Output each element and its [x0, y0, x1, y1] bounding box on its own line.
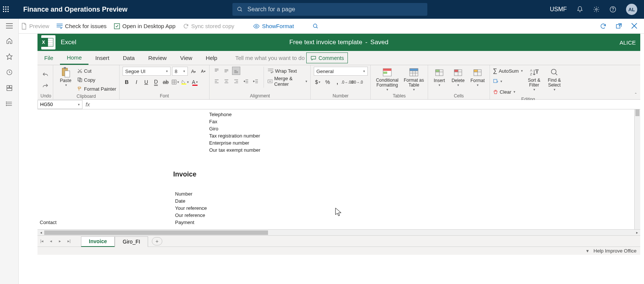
- search-button[interactable]: [313, 23, 321, 29]
- company-code[interactable]: USMF: [550, 6, 567, 13]
- help-improve-link[interactable]: Help Improve Office: [593, 248, 637, 254]
- copy-button[interactable]: Copy: [77, 76, 116, 84]
- decrease-decimal-icon[interactable]: .00→.0: [353, 78, 361, 86]
- check-issues-button[interactable]: Check for issues: [57, 23, 106, 29]
- clear-button[interactable]: Clear▾: [493, 88, 523, 96]
- paste-button[interactable]: Paste ▾: [56, 67, 75, 87]
- percent-button[interactable]: %: [323, 78, 332, 86]
- currency-button[interactable]: $▾: [314, 78, 322, 86]
- bold-button[interactable]: B: [123, 78, 131, 86]
- align-bottom-icon[interactable]: [232, 67, 240, 75]
- hscroll-right-icon[interactable]: ▸: [634, 230, 640, 235]
- format-painter-button[interactable]: Format Painter: [77, 85, 116, 93]
- tab-view[interactable]: View: [174, 51, 199, 65]
- increase-font-icon[interactable]: A▴: [189, 67, 198, 75]
- close-icon[interactable]: [631, 23, 637, 30]
- tab-help[interactable]: Help: [199, 51, 224, 65]
- format-as-table-button[interactable]: Format as Table▾: [403, 67, 425, 91]
- global-search[interactable]: Search for a page: [232, 3, 427, 16]
- redo-button[interactable]: [41, 81, 49, 90]
- font-color-button[interactable]: A▾: [191, 78, 199, 86]
- wrap-text-button[interactable]: Wrap Text: [268, 67, 307, 75]
- app-launcher-icon[interactable]: [3, 6, 18, 12]
- bell-icon[interactable]: [577, 6, 583, 13]
- comments-button[interactable]: Comments: [306, 52, 348, 63]
- user-avatar[interactable]: AL: [626, 4, 637, 15]
- increase-decimal-icon[interactable]: .0→.00: [343, 78, 351, 86]
- align-right-icon[interactable]: [232, 77, 240, 85]
- vscroll-thumb[interactable]: [635, 109, 640, 116]
- italic-button[interactable]: I: [132, 78, 141, 86]
- preview-button[interactable]: Preview: [21, 23, 49, 30]
- sheet-nav-first-icon[interactable]: |◂: [37, 239, 46, 244]
- sheet-nav-prev-icon[interactable]: ◂: [46, 239, 55, 244]
- insert-cells-button[interactable]: Insert▾: [431, 67, 448, 87]
- increase-indent-icon[interactable]: [252, 77, 260, 85]
- modules-icon[interactable]: [6, 100, 13, 107]
- hscroll-track[interactable]: [44, 230, 634, 235]
- fill-color-button[interactable]: ▾: [181, 78, 189, 86]
- sheet-nav-last-icon[interactable]: ▸|: [64, 239, 73, 244]
- font-size-dropdown[interactable]: 8▾: [172, 67, 188, 76]
- strikethrough-button[interactable]: ab: [162, 78, 170, 86]
- tell-me-search[interactable]: Tell me what you want to do: [224, 51, 305, 65]
- tab-home[interactable]: Home: [60, 51, 88, 65]
- sheet-nav-next-icon[interactable]: ▸: [55, 239, 64, 244]
- fill-button[interactable]: ▾: [493, 77, 523, 85]
- hscroll-thumb[interactable]: [44, 230, 268, 235]
- align-left-icon[interactable]: [213, 77, 221, 85]
- tab-file[interactable]: File: [37, 51, 60, 65]
- number-format-dropdown[interactable]: General▾: [314, 67, 368, 76]
- undo-button[interactable]: [41, 70, 49, 78]
- tab-review[interactable]: Review: [141, 51, 173, 65]
- formula-input[interactable]: [93, 100, 640, 109]
- fx-icon[interactable]: fx: [82, 101, 93, 108]
- font-name-dropdown[interactable]: Segoe UI▾: [123, 67, 171, 76]
- collapse-ribbon-icon[interactable]: ˆ: [631, 65, 640, 99]
- home-icon[interactable]: [6, 37, 13, 44]
- align-middle-icon[interactable]: [222, 67, 231, 75]
- gear-icon[interactable]: [593, 6, 600, 13]
- format-cells-label: Format: [470, 78, 485, 83]
- worksheet-grid[interactable]: Telephone Fax Giro Tax registration numb…: [37, 109, 634, 229]
- open-desktop-button[interactable]: Open in Desktop App: [114, 23, 175, 29]
- horizontal-scrollbar[interactable]: ◂ ▸: [37, 229, 640, 235]
- sort-filter-button[interactable]: AZ Sort & Filter▾: [525, 67, 543, 91]
- comma-button[interactable]: ,: [333, 78, 341, 86]
- status-dropdown-icon[interactable]: ▾: [586, 248, 589, 254]
- star-icon[interactable]: [6, 53, 13, 60]
- open-new-window-icon[interactable]: [616, 23, 622, 30]
- decrease-font-icon[interactable]: A▾: [199, 67, 207, 75]
- format-cells-button[interactable]: Format▾: [469, 67, 487, 87]
- show-format-button[interactable]: ShowFormat: [253, 23, 294, 29]
- find-select-button[interactable]: Find & Select▾: [545, 67, 563, 91]
- hscroll-left-icon[interactable]: ◂: [37, 230, 44, 235]
- name-box[interactable]: HG50 ▾: [37, 100, 82, 109]
- borders-button[interactable]: ▾: [171, 78, 180, 86]
- document-name[interactable]: Free text invoice template: [289, 39, 362, 46]
- align-center-icon[interactable]: [222, 77, 231, 85]
- hamburger-icon[interactable]: [6, 23, 13, 28]
- align-top-icon[interactable]: [213, 67, 221, 75]
- add-sheet-button[interactable]: +: [152, 237, 162, 245]
- sheet-tab-giro[interactable]: Giro_FI: [115, 236, 148, 247]
- vertical-scrollbar[interactable]: [634, 109, 640, 229]
- delete-cells-button[interactable]: Delete▾: [450, 67, 466, 87]
- sync-button[interactable]: Sync stored copy: [183, 23, 234, 29]
- help-icon[interactable]: [610, 6, 616, 13]
- refresh-icon[interactable]: [600, 23, 607, 30]
- name-box-value: HG50: [40, 102, 53, 107]
- tab-insert[interactable]: Insert: [88, 51, 116, 65]
- double-underline-button[interactable]: D: [152, 78, 160, 86]
- autosum-button[interactable]: ∑ AutoSum▾: [493, 67, 523, 75]
- tab-data[interactable]: Data: [116, 51, 142, 65]
- sheet-tab-invoice[interactable]: Invoice: [81, 236, 115, 247]
- underline-button[interactable]: U: [142, 78, 150, 86]
- merge-center-button[interactable]: Merge & Center ▾: [268, 77, 307, 85]
- decrease-indent-icon[interactable]: [242, 77, 250, 85]
- recent-icon[interactable]: [6, 69, 13, 76]
- excel-user-name[interactable]: ALICE: [620, 39, 636, 46]
- workspace-icon[interactable]: [6, 85, 13, 91]
- cut-button[interactable]: Cut: [77, 67, 116, 75]
- conditional-formatting-button[interactable]: Conditional Formatting▾: [374, 67, 401, 91]
